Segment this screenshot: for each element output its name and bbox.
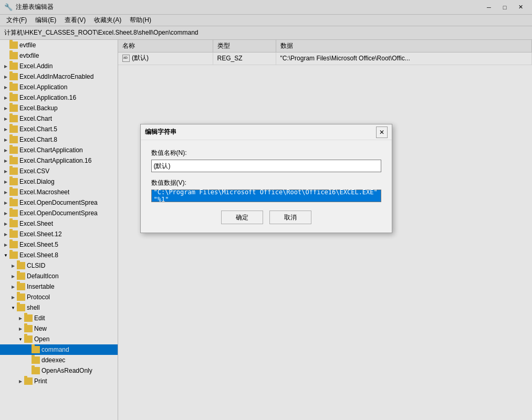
- name-input[interactable]: [151, 160, 381, 172]
- edit-string-dialog: 编辑字符串 ✕ 数值名称(N): 数值数据(V): "C:\Program Fi…: [140, 124, 392, 233]
- data-value-display[interactable]: "C:\Program Files\Microsoft Office\Root\…: [151, 190, 381, 202]
- dialog-title-bar: 编辑字符串 ✕: [141, 124, 392, 140]
- dialog-title: 编辑字符串: [145, 128, 376, 136]
- dialog-overlay: 编辑字符串 ✕ 数值名称(N): 数值数据(V): "C:\Program Fi…: [0, 0, 532, 420]
- cancel-button[interactable]: 取消: [269, 211, 311, 224]
- dialog-body: 数值名称(N): 数值数据(V): "C:\Program Files\Micr…: [141, 140, 392, 233]
- name-label: 数值名称(N):: [151, 149, 381, 158]
- data-label: 数值数据(V):: [151, 178, 381, 187]
- dialog-close-button[interactable]: ✕: [376, 127, 388, 138]
- ok-button[interactable]: 确定: [221, 211, 263, 224]
- dialog-buttons: 确定 取消: [151, 211, 381, 224]
